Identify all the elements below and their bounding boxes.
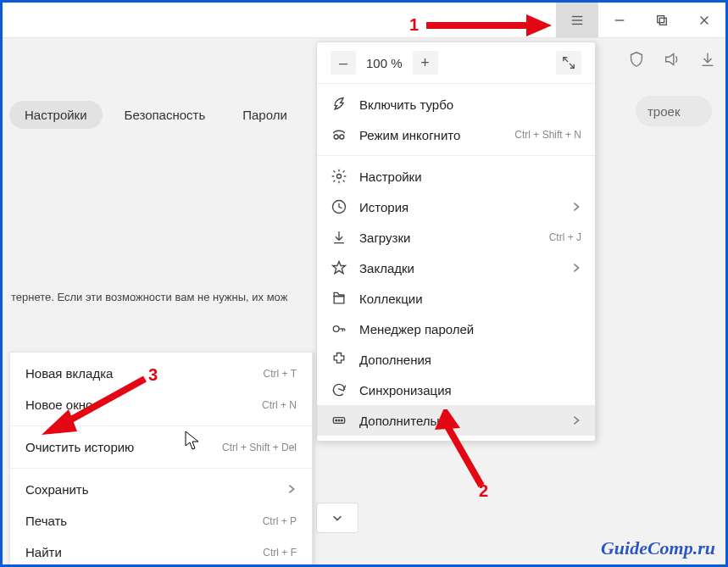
menu-item-more[interactable]: Дополнительно [317, 405, 595, 436]
fullscreen-icon [562, 56, 575, 69]
submenu-item-clearhist[interactable]: Очистить историюCtrl + Shift + Del [10, 431, 312, 463]
hamburger-menu-button[interactable] [556, 3, 598, 37]
menu-item-turbo[interactable]: Включить турбо [317, 89, 595, 120]
svg-point-24 [336, 420, 337, 421]
shield-icon[interactable] [627, 50, 646, 72]
zoom-out-button[interactable]: – [331, 51, 356, 75]
menu-item-label: История [359, 200, 408, 214]
annot-number-2: 2 [479, 481, 497, 500]
svg-rect-5 [659, 18, 666, 25]
menu-item-label: Загрузки [359, 231, 410, 245]
menu-item-downloads[interactable]: ЗагрузкиCtrl + J [317, 222, 595, 253]
more-icon [331, 412, 353, 429]
menu-item-label: Менеджер паролей [359, 322, 474, 336]
menu-item-label: Закладки [359, 261, 414, 275]
sound-icon[interactable] [663, 50, 681, 72]
downloads-icon [331, 229, 353, 246]
menu-item-label: Коллекции [359, 292, 423, 306]
menu-item-label: Дополнения [359, 353, 431, 367]
menu-item-label: Найти [25, 545, 62, 559]
turbo-icon [331, 96, 353, 113]
svg-point-26 [342, 420, 343, 421]
submenu-item-print[interactable]: ПечатьCtrl + P [10, 505, 312, 536]
menu-item-collections[interactable]: Коллекции [317, 283, 595, 314]
menu-item-label: Очистить историю [25, 440, 134, 454]
close-button[interactable] [683, 3, 725, 37]
chevron-right-icon [571, 200, 581, 214]
svg-point-25 [338, 420, 340, 421]
menu-item-label: Новая вкладка [25, 366, 113, 381]
dropdown-control[interactable] [316, 503, 358, 533]
submenu-item-newwin[interactable]: Новое окноCtrl + N [10, 389, 312, 420]
minimize-button[interactable] [598, 3, 641, 37]
search-placeholder: троек [647, 104, 680, 119]
menu-item-history[interactable]: История [317, 192, 595, 222]
menu-item-addons[interactable]: Дополнения [317, 344, 595, 375]
svg-point-12 [334, 135, 338, 139]
zoom-row: – 100 % + [317, 42, 595, 84]
addons-icon [331, 351, 353, 368]
menu-item-shortcut: Ctrl + Shift + Del [222, 442, 297, 453]
menu-item-shortcut: Ctrl + T [264, 368, 297, 380]
menu-item-shortcut: Ctrl + N [262, 399, 297, 411]
menu-item-sync[interactable]: Синхронизация [317, 375, 595, 405]
menu-item-shortcut: Ctrl + J [549, 231, 581, 243]
menu-item-passwords[interactable]: Менеджер паролей [317, 314, 595, 344]
incognito-icon [331, 126, 353, 143]
menu-item-label: Новое окно [25, 397, 92, 412]
search-settings-field[interactable]: троек [636, 96, 712, 126]
menu-item-label: Включить турбо [359, 97, 453, 112]
bookmarks-icon [331, 259, 353, 276]
tab-settings[interactable]: Настройки [9, 101, 103, 129]
watermark: GuideComp.ru [601, 537, 715, 559]
main-menu-dropdown: – 100 % + Включить турбоРежим инкогнитоC… [316, 42, 596, 442]
window-titlebar [3, 3, 725, 38]
hamburger-icon [570, 14, 584, 27]
menu-item-settings[interactable]: Настройки [317, 161, 595, 192]
tab-security[interactable]: Безопасность [109, 101, 221, 129]
menu-item-label: Настройки [359, 170, 422, 184]
svg-rect-4 [658, 15, 664, 22]
collections-icon [331, 290, 353, 307]
menu-item-label: Печать [25, 514, 67, 528]
menu-item-label: Синхронизация [359, 383, 452, 397]
chevron-down-icon [331, 512, 343, 524]
description-text: тернете. Если эти возможности вам не нуж… [11, 291, 287, 303]
menu-item-incognito[interactable]: Режим инкогнитоCtrl + Shift + N [317, 120, 595, 150]
toolbar-right [627, 42, 717, 81]
fullscreen-button[interactable] [556, 51, 581, 75]
menu-group-2: НастройкиИсторияЗагрузкиCtrl + JЗакладки… [317, 156, 595, 441]
submenu-item-save[interactable]: Сохранить [10, 474, 312, 505]
zoom-value: 100 % [358, 56, 411, 70]
download-icon[interactable] [698, 50, 717, 72]
svg-point-15 [337, 175, 342, 179]
submenu-group-2: Очистить историюCtrl + Shift + Del [10, 426, 312, 469]
history-icon [331, 198, 353, 215]
submenu-item-find[interactable]: НайтиCtrl + F [10, 536, 312, 567]
submenu-more: Новая вкладкаCtrl + TНовое окноCtrl + N … [9, 352, 313, 567]
chevron-right-icon [571, 414, 581, 428]
maximize-button[interactable] [641, 3, 683, 37]
menu-item-bookmarks[interactable]: Закладки [317, 253, 595, 283]
svg-point-19 [333, 326, 339, 332]
submenu-group-1: Новая вкладкаCtrl + TНовое окноCtrl + N [10, 353, 312, 426]
menu-group-1: Включить турбоРежим инкогнитоCtrl + Shif… [317, 84, 595, 156]
tab-passwords[interactable]: Пароли [227, 101, 303, 129]
menu-item-label: Режим инкогнито [359, 128, 460, 142]
submenu-group-3: СохранитьПечатьCtrl + PНайтиCtrl + F [10, 469, 312, 567]
settings-icon [331, 168, 353, 185]
menu-item-label: Сохранить [25, 482, 89, 497]
zoom-in-button[interactable]: + [413, 51, 438, 75]
menu-item-shortcut: Ctrl + F [263, 547, 297, 559]
chevron-right-icon [286, 482, 297, 497]
sync-icon [331, 381, 353, 398]
chevron-right-icon [571, 261, 581, 275]
svg-point-13 [340, 135, 344, 139]
menu-item-label: Дополнительно [359, 414, 451, 428]
submenu-item-newtab[interactable]: Новая вкладкаCtrl + T [10, 358, 312, 389]
passwords-icon [331, 320, 353, 337]
svg-line-10 [564, 58, 568, 62]
menu-item-shortcut: Ctrl + P [263, 515, 297, 527]
svg-line-11 [570, 64, 574, 68]
menu-item-shortcut: Ctrl + Shift + N [514, 129, 581, 141]
